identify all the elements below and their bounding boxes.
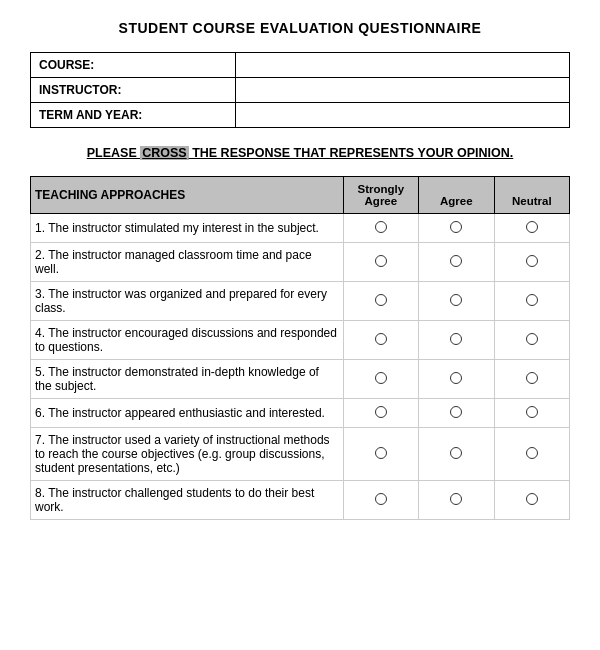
radio-neutral[interactable] (494, 214, 569, 243)
info-value[interactable] (235, 103, 569, 128)
radio-strongly-agree[interactable] (343, 243, 418, 282)
col-header-agree: Agree (419, 177, 494, 214)
table-row: 1. The instructor stimulated my interest… (31, 214, 570, 243)
radio-strongly-agree[interactable] (343, 428, 418, 481)
eval-table: TEACHING APPROACHES StronglyAgree Agree … (30, 176, 570, 520)
info-value[interactable] (235, 53, 569, 78)
radio-neutral[interactable] (494, 399, 569, 428)
radio-agree[interactable] (419, 428, 494, 481)
info-label: TERM AND YEAR: (31, 103, 236, 128)
info-table: COURSE:INSTRUCTOR:TERM AND YEAR: (30, 52, 570, 128)
question-text: 1. The instructor stimulated my interest… (31, 214, 344, 243)
radio-neutral[interactable] (494, 321, 569, 360)
info-label: COURSE: (31, 53, 236, 78)
radio-neutral[interactable] (494, 243, 569, 282)
radio-strongly-agree[interactable] (343, 360, 418, 399)
table-row: 7. The instructor used a variety of inst… (31, 428, 570, 481)
radio-strongly-agree[interactable] (343, 214, 418, 243)
radio-strongly-agree[interactable] (343, 282, 418, 321)
question-text: 7. The instructor used a variety of inst… (31, 428, 344, 481)
radio-agree[interactable] (419, 321, 494, 360)
question-text: 4. The instructor encouraged discussions… (31, 321, 344, 360)
question-text: 3. The instructor was organized and prep… (31, 282, 344, 321)
table-row: 2. The instructor managed classroom time… (31, 243, 570, 282)
col-header-question: TEACHING APPROACHES (31, 177, 344, 214)
question-text: 8. The instructor challenged students to… (31, 481, 344, 520)
question-text: 6. The instructor appeared enthusiastic … (31, 399, 344, 428)
radio-neutral[interactable] (494, 428, 569, 481)
radio-agree[interactable] (419, 399, 494, 428)
radio-strongly-agree[interactable] (343, 321, 418, 360)
table-row: 4. The instructor encouraged discussions… (31, 321, 570, 360)
table-row: 8. The instructor challenged students to… (31, 481, 570, 520)
col-header-neutral: Neutral (494, 177, 569, 214)
radio-strongly-agree[interactable] (343, 399, 418, 428)
radio-agree[interactable] (419, 481, 494, 520)
info-value[interactable] (235, 78, 569, 103)
radio-neutral[interactable] (494, 360, 569, 399)
page-title: STUDENT COURSE EVALUATION QUESTIONNAIRE (30, 20, 570, 36)
radio-agree[interactable] (419, 214, 494, 243)
table-row: 5. The instructor demonstrated in-depth … (31, 360, 570, 399)
col-header-strongly-agree: StronglyAgree (343, 177, 418, 214)
table-row: 3. The instructor was organized and prep… (31, 282, 570, 321)
radio-strongly-agree[interactable] (343, 481, 418, 520)
radio-neutral[interactable] (494, 481, 569, 520)
radio-agree[interactable] (419, 360, 494, 399)
instruction: PLEASE CROSS THE RESPONSE THAT REPRESENT… (30, 146, 570, 160)
question-text: 2. The instructor managed classroom time… (31, 243, 344, 282)
radio-neutral[interactable] (494, 282, 569, 321)
info-label: INSTRUCTOR: (31, 78, 236, 103)
radio-agree[interactable] (419, 282, 494, 321)
table-row: 6. The instructor appeared enthusiastic … (31, 399, 570, 428)
radio-agree[interactable] (419, 243, 494, 282)
question-text: 5. The instructor demonstrated in-depth … (31, 360, 344, 399)
